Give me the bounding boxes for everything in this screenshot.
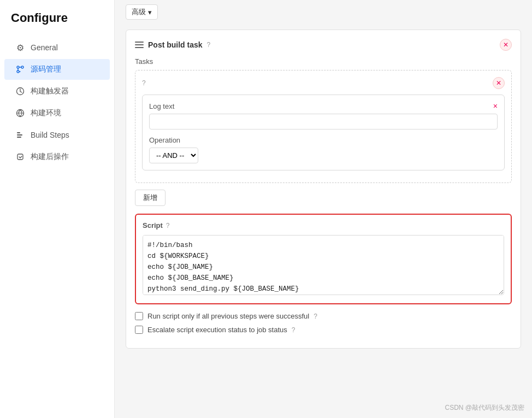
tasks-label: Tasks [135, 57, 512, 66]
watermark: CSDN @敲代码到头发茂密 [445, 403, 524, 413]
script-header: Script ? [143, 221, 504, 229]
sidebar: Configure ⚙ General 源码管理 构建触发器 [0, 0, 115, 418]
sidebar-item-build-steps[interactable]: Build Steps [4, 125, 110, 145]
source-icon [15, 64, 25, 74]
post-build-task-help[interactable]: ? [207, 41, 211, 49]
script-panel: Script ? #!/bin/bash cd ${WORKSPACE} ech… [135, 214, 512, 304]
svg-rect-6 [17, 134, 22, 136]
script-help-icon[interactable]: ? [166, 222, 170, 229]
sidebar-item-label-build-steps: Build Steps [31, 131, 69, 139]
task-close-button[interactable]: ✕ [493, 77, 505, 89]
sidebar-item-label-triggers: 构建触发器 [31, 86, 69, 96]
post-build-task-panel: Post build task ? ✕ Tasks ? ✕ Log text ×… [126, 30, 521, 349]
env-icon [15, 108, 25, 118]
drag-handle-icon [135, 42, 144, 48]
escalate-script-row: Escalate script execution status to job … [135, 326, 512, 334]
log-text-label-row: Log text × [149, 102, 498, 110]
triggers-icon [15, 86, 25, 96]
sidebar-item-post-build[interactable]: 构建后操作 [4, 146, 110, 167]
sidebar-item-triggers[interactable]: 构建触发器 [4, 81, 110, 102]
run-script-only-label: Run script only if all previous steps we… [147, 312, 309, 320]
panel-header-left: Post build task ? [135, 40, 210, 49]
sidebar-item-general[interactable]: ⚙ General [4, 37, 110, 58]
panel-header: Post build task ? ✕ [135, 39, 512, 51]
post-build-task-close-button[interactable]: ✕ [500, 39, 512, 51]
advanced-button[interactable]: 高级 ▾ [126, 4, 158, 20]
escalate-script-help[interactable]: ? [292, 326, 295, 334]
run-script-only-checkbox[interactable] [135, 312, 143, 320]
sidebar-item-label-general: General [31, 43, 58, 52]
task-subpanel: ? ✕ Log text × Operation -- AND -- -- OR… [135, 70, 512, 183]
task-help-icon[interactable]: ? [142, 79, 146, 87]
log-text-input[interactable] [149, 114, 498, 129]
sidebar-item-label-source: 源码管理 [31, 64, 61, 74]
log-text-section: Log text × Operation -- AND -- -- OR -- [142, 95, 505, 170]
svg-rect-8 [17, 154, 23, 160]
svg-rect-7 [17, 137, 21, 138]
run-script-only-row: Run script only if all previous steps we… [135, 312, 512, 320]
build-steps-icon [15, 130, 25, 140]
add-task-button[interactable]: 新增 [135, 190, 165, 206]
configure-title: Configure [0, 11, 114, 36]
escalate-script-checkbox[interactable] [135, 326, 143, 334]
sidebar-item-label-post-build: 构建后操作 [31, 152, 69, 162]
task-subpanel-header: ? ✕ [142, 77, 505, 89]
operation-select[interactable]: -- AND -- -- OR -- [149, 148, 198, 163]
advanced-button-label: 高级 [132, 7, 146, 17]
general-icon: ⚙ [15, 43, 25, 52]
log-text-close-button[interactable]: × [493, 102, 498, 110]
main-content: 高级 ▾ Post build task ? ✕ Tasks ? ✕ [115, 0, 532, 418]
top-bar: 高级 ▾ [126, 0, 521, 24]
sidebar-item-source[interactable]: 源码管理 [4, 59, 110, 80]
sidebar-item-label-env: 构建环境 [31, 108, 61, 118]
post-build-icon [15, 152, 25, 162]
run-script-only-help[interactable]: ? [314, 313, 317, 320]
svg-rect-5 [17, 132, 20, 133]
post-build-task-title: Post build task [148, 40, 203, 49]
operation-label: Operation [149, 136, 498, 144]
chevron-down-icon: ▾ [148, 8, 152, 16]
sidebar-item-env[interactable]: 构建环境 [4, 103, 110, 123]
log-text-label: Log text [149, 102, 174, 110]
script-title: Script [143, 221, 163, 229]
script-textarea[interactable]: #!/bin/bash cd ${WORKSPACE} echo ${JOB_N… [143, 235, 504, 295]
escalate-script-label: Escalate script execution status to job … [147, 326, 287, 334]
